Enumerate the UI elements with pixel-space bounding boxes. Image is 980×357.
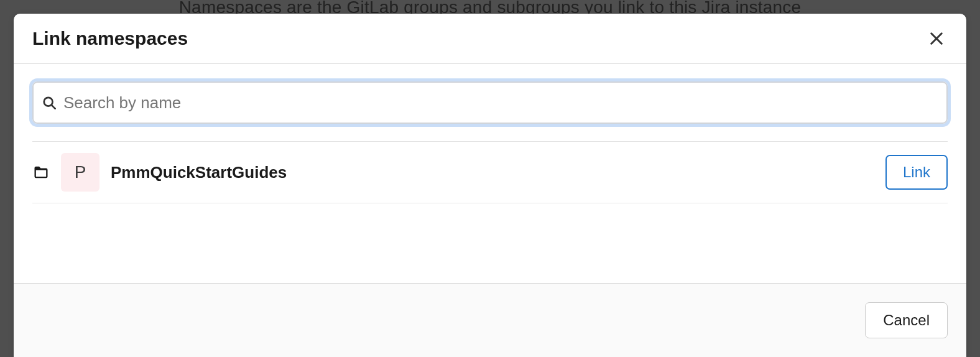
link-namespaces-modal: Link namespaces P PmmQuickStartGuides (14, 14, 966, 357)
modal-title: Link namespaces (32, 28, 188, 49)
search-field-wrapper[interactable] (32, 81, 948, 124)
cancel-button[interactable]: Cancel (865, 302, 948, 338)
link-button[interactable]: Link (885, 155, 948, 190)
svg-line-3 (52, 105, 55, 109)
search-input[interactable] (56, 83, 938, 123)
folder-icon (32, 164, 50, 181)
modal-body: P PmmQuickStartGuides Link (14, 64, 966, 283)
close-button[interactable] (925, 27, 948, 50)
namespace-row: P PmmQuickStartGuides Link (32, 142, 948, 203)
modal-footer: Cancel (14, 283, 966, 357)
namespace-avatar: P (61, 153, 99, 192)
close-icon (930, 32, 943, 45)
namespace-list: P PmmQuickStartGuides Link (32, 141, 948, 203)
modal-header: Link namespaces (14, 14, 966, 64)
search-icon (42, 96, 56, 109)
namespace-name: PmmQuickStartGuides (111, 163, 874, 182)
